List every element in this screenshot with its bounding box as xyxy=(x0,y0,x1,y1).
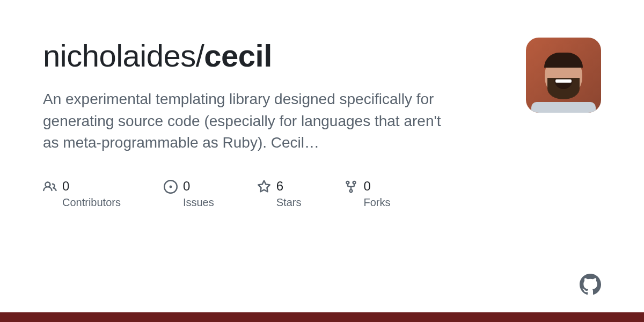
stat-issues[interactable]: 0 Issues xyxy=(164,179,214,209)
issues-count: 0 xyxy=(183,179,214,194)
contributors-label: Contributors xyxy=(62,196,121,209)
repo-owner: nicholaides xyxy=(43,38,196,73)
star-icon xyxy=(257,180,271,194)
issues-label: Issues xyxy=(183,196,214,209)
repo-title[interactable]: nicholaides/cecil xyxy=(43,38,451,74)
repo-description: An experimental templating library desig… xyxy=(43,89,451,154)
repo-card: nicholaides/cecil An experimental templa… xyxy=(0,0,644,322)
fork-icon xyxy=(344,180,358,194)
repo-content: nicholaides/cecil An experimental templa… xyxy=(43,38,451,322)
repo-stats: 0 Contributors 0 Issues 6 St xyxy=(43,179,451,209)
contributors-icon xyxy=(43,180,57,194)
accent-bar xyxy=(0,312,644,322)
stat-stars[interactable]: 6 Stars xyxy=(257,179,302,209)
forks-label: Forks xyxy=(363,196,390,209)
repo-name: cecil xyxy=(204,38,272,73)
issues-icon xyxy=(164,180,178,194)
stat-text: 0 Issues xyxy=(183,179,214,209)
forks-count: 0 xyxy=(363,179,390,194)
right-panel xyxy=(526,38,601,322)
stars-count: 6 xyxy=(276,179,302,194)
contributors-count: 0 xyxy=(62,179,121,194)
github-logo-icon[interactable] xyxy=(580,274,601,295)
stat-text: 0 Contributors xyxy=(62,179,121,209)
stat-text: 0 Forks xyxy=(363,179,390,209)
stat-forks[interactable]: 0 Forks xyxy=(344,179,390,209)
stars-label: Stars xyxy=(276,196,302,209)
stat-contributors[interactable]: 0 Contributors xyxy=(43,179,121,209)
avatar[interactable] xyxy=(526,38,601,113)
stat-text: 6 Stars xyxy=(276,179,302,209)
